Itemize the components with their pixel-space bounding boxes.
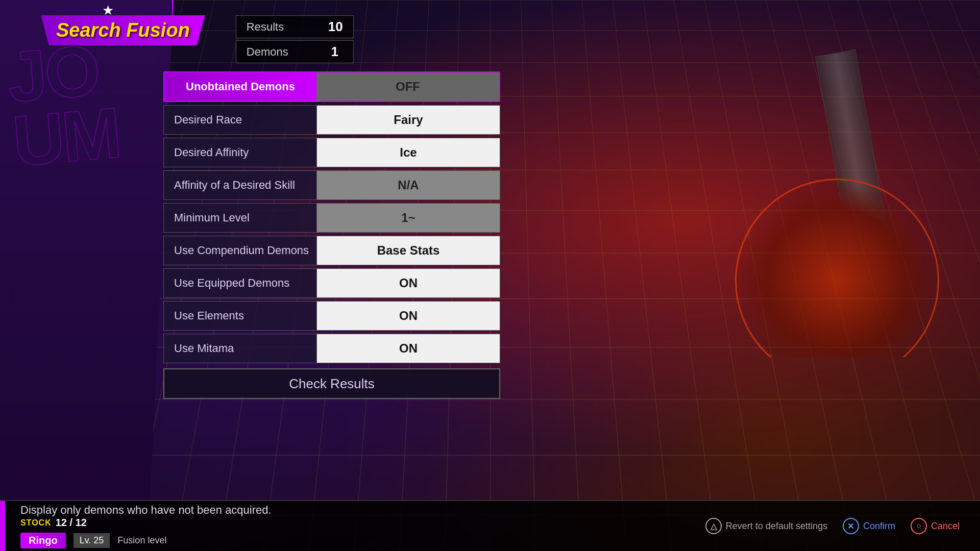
unobtained-value: OFF	[316, 71, 500, 102]
desired-affinity-label: Desired Affinity	[163, 138, 316, 167]
compendium-value: Base Stats	[316, 236, 500, 265]
desired-affinity-value: Ice	[316, 138, 500, 167]
affinity-skill-row[interactable]: Affinity of a Desired Skill N/A	[163, 170, 500, 200]
bottom-info: Display only demons who have not been ac…	[5, 504, 705, 548]
triangle-icon: △	[705, 518, 722, 534]
title-area: Search Fusion	[41, 15, 205, 45]
demons-value: 1	[318, 41, 349, 63]
equipped-row[interactable]: Use Equipped Demons ON	[163, 268, 500, 298]
page-title: Search Fusion	[56, 19, 190, 41]
stock-area: STOCK 12 / 12	[20, 517, 690, 529]
stock-label: STOCK	[20, 518, 52, 528]
mitama-value: ON	[316, 334, 500, 363]
char-name: Ringo	[20, 533, 66, 548]
bottom-right-controls: △ Revert to default settings ✕ Confirm ○…	[705, 518, 980, 534]
min-level-value: 1~	[316, 203, 500, 233]
header: Search Fusion Results 10 Demons 1	[31, 15, 980, 63]
circle-icon: ○	[911, 518, 927, 534]
results-row: Results 10	[236, 15, 354, 38]
bottom-bar: Display only demons who have not been ac…	[0, 500, 980, 551]
deco-circle	[735, 179, 939, 357]
stats-area: Results 10 Demons 1	[236, 15, 354, 63]
equipped-value: ON	[316, 268, 500, 298]
char-level: Lv. 25	[74, 533, 110, 548]
compendium-label: Use Compendium Demons	[163, 236, 316, 265]
stock-separator: /	[70, 517, 76, 528]
hint-text: Display only demons who have not been ac…	[20, 504, 690, 517]
elements-row[interactable]: Use Elements ON	[163, 301, 500, 331]
min-level-row[interactable]: Minimum Level 1~	[163, 203, 500, 233]
confirm-button[interactable]: ✕ Confirm	[843, 518, 895, 534]
compendium-row[interactable]: Use Compendium Demons Base Stats	[163, 236, 500, 265]
mitama-row[interactable]: Use Mitama ON	[163, 334, 500, 363]
cancel-label: Cancel	[931, 521, 960, 532]
revert-button[interactable]: △ Revert to default settings	[705, 518, 827, 534]
left-panel: JOUM ★	[0, 0, 174, 551]
affinity-skill-label: Affinity of a Desired Skill	[163, 170, 316, 200]
check-results-button[interactable]: Check Results	[163, 368, 500, 399]
elements-label: Use Elements	[163, 301, 316, 331]
desired-race-label: Desired Race	[163, 105, 316, 135]
x-icon: ✕	[843, 518, 859, 534]
main-panel: Unobtained Demons OFF Desired Race Fairy…	[163, 71, 500, 399]
min-level-label: Minimum Level	[163, 203, 316, 233]
unobtained-row[interactable]: Unobtained Demons OFF	[163, 71, 500, 102]
stock-values: 12 / 12	[56, 517, 87, 529]
demons-label: Demons	[236, 42, 318, 62]
mitama-label: Use Mitama	[163, 334, 316, 363]
stock-current: 12	[56, 517, 67, 528]
revert-label: Revert to default settings	[726, 521, 827, 532]
char-desc: Fusion level	[117, 535, 166, 546]
results-value: 10	[318, 16, 353, 38]
affinity-skill-value: N/A	[316, 170, 500, 200]
desired-race-row[interactable]: Desired Race Fairy	[163, 105, 500, 135]
character-area: Ringo Lv. 25 Fusion level	[20, 533, 690, 548]
confirm-label: Confirm	[863, 521, 895, 532]
results-label: Results	[236, 17, 318, 37]
desired-race-value: Fairy	[316, 105, 500, 135]
unobtained-label: Unobtained Demons	[163, 71, 316, 102]
equipped-label: Use Equipped Demons	[163, 268, 316, 298]
bottom-accent	[0, 501, 5, 551]
demons-row: Demons 1	[236, 40, 354, 63]
desired-affinity-row[interactable]: Desired Affinity Ice	[163, 138, 500, 167]
elements-value: ON	[316, 301, 500, 331]
stock-max: 12	[76, 517, 87, 528]
cancel-button[interactable]: ○ Cancel	[911, 518, 960, 534]
